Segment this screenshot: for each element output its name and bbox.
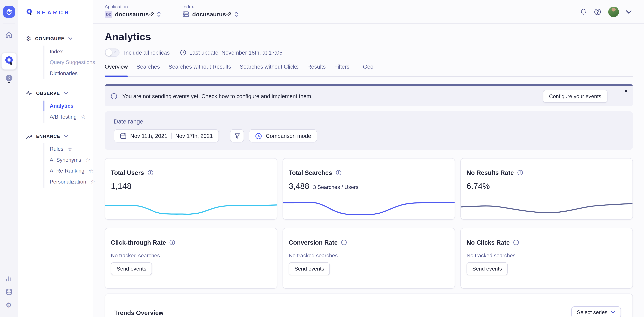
info-icon[interactable]: [341, 240, 347, 246]
filter-button[interactable]: [230, 129, 244, 142]
bell-icon[interactable]: [580, 8, 587, 16]
info-icon[interactable]: [169, 240, 176, 246]
funnel-icon: [234, 133, 240, 139]
meta-row: × Include all replicas Last update: Nove…: [105, 48, 633, 57]
tab-geo[interactable]: Geo: [363, 64, 374, 73]
date-range-label: Date range: [114, 118, 624, 125]
send-events-button[interactable]: Send events: [466, 262, 508, 275]
sidebar-item-personalization[interactable]: Personalization ☆: [44, 176, 93, 187]
card-title: Total Users: [111, 169, 144, 176]
info-icon[interactable]: [517, 170, 523, 176]
sidebar-item-ai-synonyms[interactable]: AI Synonyms ☆: [44, 154, 93, 165]
include-replicas-toggle[interactable]: ×: [105, 48, 120, 57]
select-caret-icon: [157, 12, 161, 17]
recommend-bulb-icon[interactable]: [4, 74, 13, 84]
select-caret-icon: [234, 11, 238, 17]
total-users-sparkline: [105, 197, 277, 218]
database-icon[interactable]: [5, 288, 12, 296]
trends-overview-card: Trends Overview Select series: [105, 294, 633, 317]
card-title: No Results Rate: [466, 169, 514, 176]
configure-events-button[interactable]: Configure your events: [543, 90, 608, 102]
empty-state-text: No tracked searches: [111, 252, 270, 258]
info-icon[interactable]: [147, 170, 153, 176]
sidebar: SEARCH ⚙ CONFIGURE Index Query Suggestio…: [18, 0, 93, 317]
index-selector[interactable]: Index docusaurus-2: [182, 4, 238, 18]
sidebar-item-label: AI Synonyms: [50, 157, 81, 163]
section-header-enhance[interactable]: ENHANCE: [18, 134, 93, 139]
click-through-rate-card: Click-through Rate No tracked searches S…: [105, 228, 278, 289]
section-header-configure[interactable]: ⚙ CONFIGURE: [18, 35, 93, 42]
nav-section-observe: OBSERVE Analytics A/B Testing ☆: [18, 90, 93, 122]
info-icon[interactable]: [513, 240, 519, 246]
tabs: Overview Searches Searches without Resul…: [105, 64, 633, 73]
sidebar-item-query-suggestions[interactable]: Query Suggestions: [44, 57, 93, 68]
nav-section-enhance: ENHANCE Rules ☆ AI Synonyms ☆ AI Re-Rank…: [18, 134, 93, 188]
no-results-rate-sparkline: [461, 197, 632, 218]
avatar[interactable]: [608, 6, 619, 17]
tab-searches[interactable]: Searches: [136, 64, 160, 73]
sidebar-item-dictionaries[interactable]: Dictionaries: [44, 68, 93, 78]
tab-overview[interactable]: Overview: [105, 64, 128, 73]
gear-icon[interactable]: ⚙: [6, 302, 12, 309]
comparison-mode-button[interactable]: Comparison mode: [249, 129, 317, 142]
magnifier-logo-icon: [26, 8, 33, 16]
tab-filters[interactable]: Filters: [334, 64, 350, 73]
info-icon[interactable]: [335, 170, 342, 176]
star-icon[interactable]: ☆: [88, 168, 94, 174]
date-range-button[interactable]: Nov 11th, 2021 Nov 17th, 2021: [114, 129, 219, 142]
application-selector[interactable]: Application D2 docusaurus-2: [105, 4, 161, 18]
section-label: ENHANCE: [36, 134, 60, 139]
section-label: CONFIGURE: [35, 36, 64, 41]
close-icon[interactable]: ×: [624, 88, 628, 94]
sidebar-item-index[interactable]: Index: [44, 46, 93, 57]
no-results-rate-card: No Results Rate 6.74%: [460, 158, 633, 220]
bar-chart-icon[interactable]: [6, 275, 12, 282]
home-icon[interactable]: [5, 31, 13, 39]
select-series-button[interactable]: Select series: [571, 306, 621, 317]
gear-icon: ⚙: [26, 35, 32, 42]
card-title: No Clicks Rate: [466, 239, 510, 246]
account-chevron-down-icon[interactable]: [626, 10, 632, 14]
star-icon[interactable]: ☆: [68, 146, 73, 152]
clock-icon: [180, 49, 186, 56]
help-icon[interactable]: [594, 8, 601, 16]
send-events-button[interactable]: Send events: [111, 262, 152, 275]
metrics-row-2: Click-through Rate No tracked searches S…: [105, 228, 633, 289]
card-title: Click-through Rate: [111, 239, 166, 246]
play-circle-icon: [255, 132, 262, 140]
star-icon[interactable]: ☆: [81, 114, 86, 120]
last-update: Last update: November 18th, at 17:05: [180, 49, 282, 56]
date-range-panel: Date range Nov 11th, 2021 Nov 17th, 2021: [105, 111, 633, 150]
sidebar-item-label: Rules: [50, 146, 64, 152]
sidebar-item-label: Index: [50, 48, 63, 54]
events-banner: You are not sending events yet. Check ho…: [105, 84, 633, 106]
sidebar-item-rules[interactable]: Rules ☆: [44, 144, 93, 154]
date-separator: [171, 133, 172, 139]
application-value: docusaurus-2: [115, 11, 154, 18]
chevron-down-icon: [611, 311, 615, 314]
topbar: Application D2 docusaurus-2 Index: [93, 0, 644, 24]
toggle-knob: [106, 49, 112, 56]
search-product-active[interactable]: [1, 52, 16, 70]
last-update-text: Last update: November 18th, at 17:05: [189, 50, 282, 56]
sidebar-item-ab-testing[interactable]: A/B Testing ☆: [44, 111, 93, 122]
topbar-right-group: [580, 0, 632, 24]
index-server-icon: [182, 11, 189, 18]
section-header-observe[interactable]: OBSERVE: [18, 90, 93, 96]
sidebar-item-ai-re-ranking[interactable]: AI Re-Ranking ☆: [44, 165, 93, 176]
sidebar-item-label: Dictionaries: [50, 70, 78, 76]
metric-value: 1,148: [111, 182, 132, 191]
product-switcher-button[interactable]: [3, 6, 14, 18]
metric-value: 6.74%: [466, 182, 490, 191]
star-icon[interactable]: ☆: [85, 157, 90, 163]
pulse-icon: [26, 90, 32, 96]
sidebar-item-analytics[interactable]: Analytics: [44, 100, 93, 111]
info-icon: [110, 92, 118, 100]
metrics-row-1: Total Users 1,148 Total Searche: [105, 158, 633, 220]
card-title: Total Searches: [289, 169, 332, 176]
send-events-button[interactable]: Send events: [289, 262, 330, 275]
tab-results[interactable]: Results: [307, 64, 326, 73]
search-logo[interactable]: SEARCH: [18, 0, 93, 16]
tab-searches-without-results[interactable]: Searches without Results: [168, 64, 231, 73]
tab-searches-without-clicks[interactable]: Searches without Clicks: [240, 64, 298, 73]
